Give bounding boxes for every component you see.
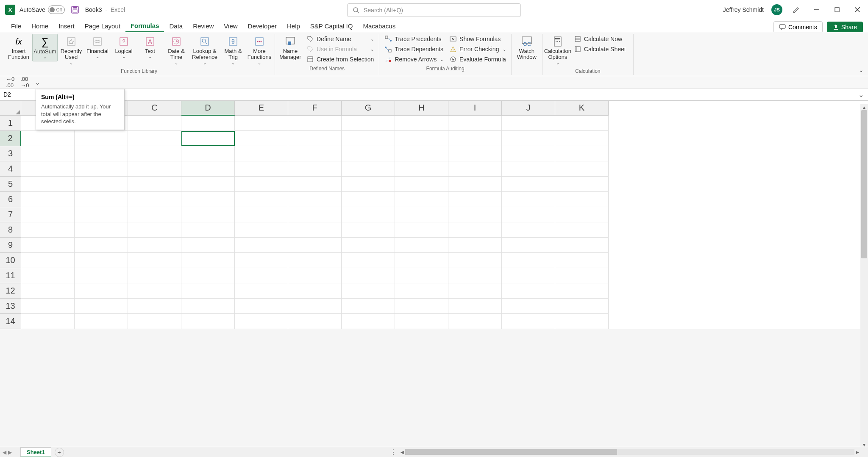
cell-C6[interactable] — [128, 192, 181, 207]
cell-E11[interactable] — [235, 268, 288, 283]
cell-F12[interactable] — [288, 283, 342, 299]
cell-C11[interactable] — [128, 268, 181, 283]
cell-F2[interactable] — [288, 131, 342, 146]
cell-J5[interactable] — [502, 177, 555, 192]
row-header-12[interactable]: 12 — [0, 283, 21, 299]
cell-A3[interactable] — [21, 146, 75, 161]
tab-file[interactable]: File — [6, 20, 26, 32]
row-header-7[interactable]: 7 — [0, 207, 21, 222]
cell-J3[interactable] — [502, 146, 555, 161]
row-header-2[interactable]: 2 — [0, 131, 21, 146]
row-header-11[interactable]: 11 — [0, 268, 21, 283]
cell-G3[interactable] — [342, 146, 395, 161]
cell-E4[interactable] — [235, 161, 288, 177]
cell-K11[interactable] — [555, 268, 609, 283]
cell-D6[interactable] — [181, 192, 235, 207]
cell-G12[interactable] — [342, 283, 395, 299]
cell-G9[interactable] — [342, 238, 395, 253]
cell-J10[interactable] — [502, 253, 555, 268]
cell-B7[interactable] — [75, 207, 128, 222]
cell-I11[interactable] — [448, 268, 502, 283]
cell-H7[interactable] — [395, 207, 448, 222]
cell-A2[interactable] — [21, 131, 75, 146]
cell-F3[interactable] — [288, 146, 342, 161]
cell-B13[interactable] — [75, 299, 128, 314]
cell-H9[interactable] — [395, 238, 448, 253]
cell-H11[interactable] — [395, 268, 448, 283]
cell-A7[interactable] — [21, 207, 75, 222]
cell-G6[interactable] — [342, 192, 395, 207]
cell-K14[interactable] — [555, 314, 609, 329]
cell-E6[interactable] — [235, 192, 288, 207]
cell-E13[interactable] — [235, 299, 288, 314]
cell-A6[interactable] — [21, 192, 75, 207]
autosum-button[interactable]: ∑ AutoSum ⌄ — [32, 34, 58, 61]
cell-C9[interactable] — [128, 238, 181, 253]
increase-decimal-icon[interactable]: ←0.00 — [6, 76, 14, 89]
lookup-reference-button[interactable]: Lookup & Reference ⌄ — [190, 34, 220, 67]
cell-D4[interactable] — [181, 161, 235, 177]
cell-K2[interactable] — [555, 131, 609, 146]
cell-B6[interactable] — [75, 192, 128, 207]
col-header-D[interactable]: D — [181, 101, 235, 116]
date-time-button[interactable]: Date & Time ⌄ — [164, 34, 189, 67]
horizontal-scrollbar[interactable]: ⋮ ◀ ▶ — [390, 449, 860, 455]
pen-icon[interactable] — [790, 3, 803, 16]
cell-F9[interactable] — [288, 238, 342, 253]
cell-C8[interactable] — [128, 222, 181, 238]
cell-D8[interactable] — [181, 222, 235, 238]
autosave-toggle[interactable]: Off — [48, 6, 65, 14]
sheet-tab-sheet1[interactable]: Sheet1 — [20, 447, 51, 457]
cell-C10[interactable] — [128, 253, 181, 268]
share-button[interactable]: Share — [827, 22, 863, 33]
cell-D11[interactable] — [181, 268, 235, 283]
col-header-J[interactable]: J — [502, 101, 555, 116]
financial-button[interactable]: Financial ⌄ — [85, 34, 110, 61]
cell-H8[interactable] — [395, 222, 448, 238]
math-trig-button[interactable]: θ Math & Trig ⌄ — [220, 34, 246, 67]
cell-J4[interactable] — [502, 161, 555, 177]
cell-H3[interactable] — [395, 146, 448, 161]
cell-E7[interactable] — [235, 207, 288, 222]
cell-D10[interactable] — [181, 253, 235, 268]
row-header-8[interactable]: 8 — [0, 222, 21, 238]
row-header-3[interactable]: 3 — [0, 146, 21, 161]
row-header-5[interactable]: 5 — [0, 177, 21, 192]
cell-E1[interactable] — [235, 116, 288, 131]
cell-I4[interactable] — [448, 161, 502, 177]
cell-C7[interactable] — [128, 207, 181, 222]
error-checking-button[interactable]: ! Error Checking ⌄ — [447, 44, 509, 54]
cell-E3[interactable] — [235, 146, 288, 161]
cell-H6[interactable] — [395, 192, 448, 207]
cell-A14[interactable] — [21, 314, 75, 329]
minimize-button[interactable] — [810, 3, 823, 16]
cell-D2[interactable] — [181, 131, 235, 146]
cell-J2[interactable] — [502, 131, 555, 146]
qat-dropdown[interactable]: ⌄ — [35, 78, 40, 86]
cell-I7[interactable] — [448, 207, 502, 222]
cell-J13[interactable] — [502, 299, 555, 314]
cell-A5[interactable] — [21, 177, 75, 192]
cell-F7[interactable] — [288, 207, 342, 222]
row-header-1[interactable]: 1 — [0, 116, 21, 131]
cell-B12[interactable] — [75, 283, 128, 299]
cell-E2[interactable] — [235, 131, 288, 146]
cell-G1[interactable] — [342, 116, 395, 131]
col-header-C[interactable]: C — [128, 101, 181, 116]
tab-view[interactable]: View — [219, 20, 242, 32]
row-header-4[interactable]: 4 — [0, 161, 21, 177]
cell-I14[interactable] — [448, 314, 502, 329]
cell-K13[interactable] — [555, 299, 609, 314]
trace-dependents-button[interactable]: Trace Dependents — [382, 44, 446, 54]
cell-G4[interactable] — [342, 161, 395, 177]
cell-I2[interactable] — [448, 131, 502, 146]
create-from-selection-button[interactable]: Create from Selection — [304, 54, 376, 64]
tab-sp-capital-iq[interactable]: S&P Capital IQ — [305, 20, 358, 32]
cell-B10[interactable] — [75, 253, 128, 268]
cell-I13[interactable] — [448, 299, 502, 314]
row-header-13[interactable]: 13 — [0, 299, 21, 314]
cell-E8[interactable] — [235, 222, 288, 238]
cell-F13[interactable] — [288, 299, 342, 314]
expand-formula-bar[interactable]: ⌄ — [854, 91, 868, 99]
cell-D9[interactable] — [181, 238, 235, 253]
